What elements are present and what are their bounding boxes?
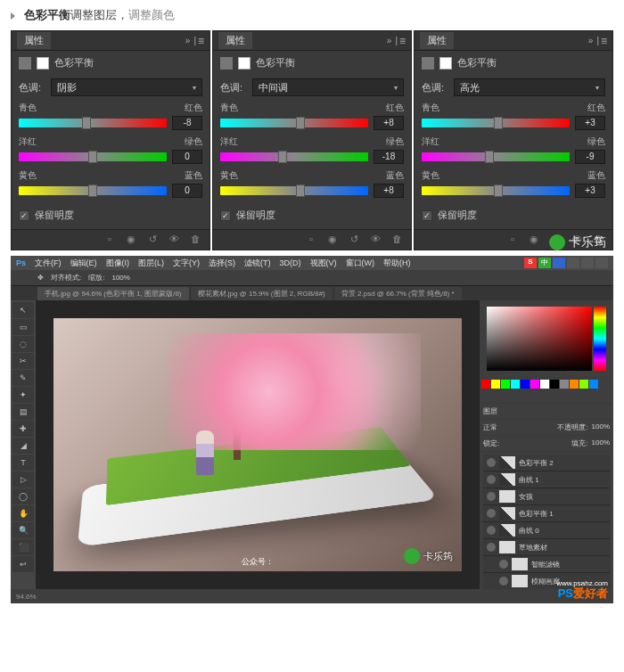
slider-thumb[interactable] [88,184,97,197]
visibility-icon[interactable]: 👁 [368,234,382,246]
swatch[interactable] [521,380,530,389]
blend-mode[interactable]: 正常 [483,422,497,432]
preserve-luminosity-checkbox[interactable]: ✓保留明度 [415,201,612,229]
layer-row[interactable]: 女孩 [483,488,610,505]
layer-row[interactable]: 智能滤镜 [483,556,610,573]
slider-track[interactable] [220,119,368,127]
tool-button[interactable]: ◢ [12,438,34,454]
menu-item[interactable]: 图像(I) [106,258,130,269]
view-prev-icon[interactable]: ◉ [325,234,340,246]
menu-item[interactable]: 滤镜(T) [244,258,271,269]
slider-track[interactable] [422,152,570,161]
layer-row[interactable]: 曲线 1 [483,471,610,488]
visibility-icon[interactable] [487,475,496,484]
slider-thumb[interactable] [278,151,287,163]
visibility-icon[interactable] [499,560,508,569]
tool-button[interactable]: ◌ [12,336,34,352]
slider-value-input[interactable]: 0 [172,150,202,164]
slider-track[interactable] [19,152,167,161]
menu-item[interactable]: 文字(Y) [173,258,200,269]
reset-icon[interactable]: ↺ [347,234,361,246]
visibility-icon[interactable] [487,509,496,518]
swatch[interactable] [491,380,500,389]
view-prev-icon[interactable]: ◉ [527,234,541,246]
slider-thumb[interactable] [296,117,305,129]
tool-button[interactable]: ↩ [12,556,34,572]
slider-value-input[interactable]: +3 [575,184,605,198]
fill-value[interactable]: 100% [592,438,610,448]
visibility-icon[interactable] [487,543,496,552]
visibility-icon[interactable] [487,492,496,501]
canvas-area[interactable]: 卡乐筠 公众号： [36,300,480,589]
slider-value-input[interactable]: 0 [172,184,202,198]
slider-thumb[interactable] [494,184,503,197]
menu-item[interactable]: 视图(V) [310,258,337,269]
menu-item[interactable]: 3D(D) [280,258,301,267]
swatch[interactable] [481,380,490,389]
tool-button[interactable]: ↖ [12,302,34,318]
visibility-icon[interactable] [487,458,496,467]
tone-select[interactable]: 中间调▾ [252,78,404,96]
clip-icon[interactable]: ▫ [304,234,318,246]
collapse-icon[interactable]: | [395,36,398,45]
tone-select[interactable]: 阴影▾ [51,78,202,96]
swatch[interactable] [511,380,520,389]
layer-row[interactable]: 色彩平衡 2 [483,455,610,471]
menu-item[interactable]: 文件(F) [35,258,62,269]
properties-tab[interactable]: 属性 [17,32,51,49]
slider-track[interactable] [422,186,570,195]
opacity-value[interactable]: 100% [592,422,610,432]
slider-value-input[interactable]: +8 [374,116,404,130]
opts-zoom-value[interactable]: 100% [111,274,129,282]
color-field[interactable] [487,307,592,371]
clip-icon[interactable]: ▫ [103,234,117,246]
document-tab[interactable]: 手机.jpg @ 94.6% (色彩平衡 1, 图层蒙版/8) [37,287,189,300]
tool-button[interactable]: ✂ [12,353,34,369]
tool-button[interactable]: ▤ [12,404,34,420]
swatch[interactable] [501,380,510,389]
layer-row[interactable]: 曲线 0 [483,522,610,539]
preserve-luminosity-checkbox[interactable]: ✓保留明度 [12,201,209,229]
tool-button[interactable]: ✚ [12,421,34,437]
slider-thumb[interactable] [296,184,305,197]
tool-button[interactable]: ⬛ [12,539,34,555]
slider-thumb[interactable] [494,117,503,129]
menu-item[interactable]: 编辑(E) [70,258,97,269]
menu-item[interactable]: 图层(L) [138,258,164,269]
clip-icon[interactable]: ▫ [505,234,520,246]
swatch[interactable] [550,380,559,389]
slider-value-input[interactable]: -8 [172,116,202,130]
swatch[interactable] [560,380,569,389]
document-tab[interactable]: 背景 2.psd @ 66.7% (背景 纯色/8) * [334,287,462,300]
trash-icon[interactable]: 🗑 [390,234,404,246]
reset-icon[interactable]: ↺ [145,234,160,246]
slider-track[interactable] [19,119,167,127]
menu-item[interactable]: 选择(S) [209,258,235,269]
tool-button[interactable]: T [12,455,34,471]
slider-value-input[interactable]: -9 [575,150,605,164]
swatch[interactable] [589,380,598,389]
visibility-icon[interactable]: 👁 [167,234,181,246]
collapse-icon[interactable]: » [185,36,191,45]
slider-thumb[interactable] [88,151,97,163]
panel-menu-icon[interactable]: ≡ [399,35,406,47]
slider-value-input[interactable]: -18 [374,150,404,164]
tone-select[interactable]: 高光▾ [454,78,605,96]
tool-button[interactable]: 🔍 [12,522,34,538]
menu-item[interactable]: 窗口(W) [346,258,375,269]
visibility-icon[interactable] [487,526,496,535]
slider-track[interactable] [220,186,368,195]
swatches-panel[interactable] [480,378,613,403]
view-prev-icon[interactable]: ◉ [124,234,138,246]
slider-value-input[interactable]: +3 [575,116,605,130]
panel-menu-icon[interactable]: ≡ [198,35,204,47]
slider-thumb[interactable] [485,151,494,163]
preserve-luminosity-checkbox[interactable]: ✓保留明度 [213,201,411,229]
hue-strip[interactable] [594,307,606,371]
zoom-status[interactable]: 94.6% [16,593,37,601]
tool-button[interactable]: ▷ [12,471,34,488]
trash-icon[interactable]: 🗑 [188,234,202,246]
color-picker[interactable] [483,303,610,374]
tool-button[interactable]: ✦ [12,387,34,403]
tool-button[interactable]: ✎ [12,370,34,386]
